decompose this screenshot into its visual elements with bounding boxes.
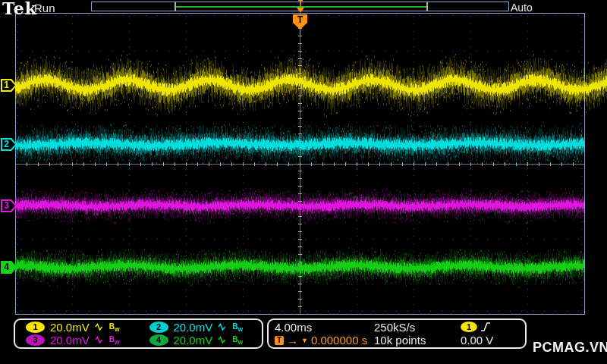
triangle-down-icon: ▼	[301, 337, 308, 344]
tek-logo: Tek	[2, 0, 37, 18]
channel-badge: 2	[149, 322, 168, 333]
trigger-position-readout[interactable]: T → ▼ 0.000000 s	[275, 334, 374, 347]
channel-4-readout[interactable]: 420.0mVBW	[139, 334, 263, 347]
marker-number: 3	[1, 199, 12, 212]
bandwidth-limit-icon: BW	[109, 335, 120, 345]
bandwidth-limit-icon: BW	[109, 322, 120, 332]
trigger-mode-readout: Auto	[511, 2, 533, 14]
acquisition-status: Run	[34, 2, 55, 14]
trigger-source-readout[interactable]: 1	[461, 321, 525, 334]
channel-2-readout[interactable]: 220.0mVBW	[139, 321, 263, 334]
trigger-level-readout[interactable]: 0.00 V	[461, 334, 525, 347]
marker-number: 2	[1, 138, 12, 151]
ac-coupling-icon	[218, 323, 227, 331]
record-length-readout: 10k points	[374, 334, 461, 347]
watermark: PCMAG.VN	[533, 340, 607, 356]
channel-scale-value: 20.0mV	[50, 334, 90, 346]
horizontal-scale-readout[interactable]: 4.00ms	[275, 321, 374, 334]
trigger-t-icon: T	[275, 336, 284, 345]
marker-number: 1	[1, 79, 12, 92]
trigger-source-badge: 1	[461, 322, 477, 332]
sample-rate-value: 250kS/s	[374, 321, 415, 334]
waveform-canvas	[0, 0, 607, 364]
record-window-right-bracket	[426, 2, 428, 11]
channel-3-readout[interactable]: 320.0mVBW	[15, 334, 139, 347]
oscilloscope-screen: Tek Run Auto T T 1234 120.0mVBW220.0mVBW…	[0, 0, 607, 364]
ac-coupling-icon	[95, 323, 104, 331]
marker-number: 4	[1, 261, 12, 274]
rising-edge-icon	[480, 322, 492, 332]
channel-badge: 1	[26, 322, 45, 333]
channel-scale-value: 20.0mV	[50, 322, 90, 333]
ac-coupling-icon	[95, 336, 104, 344]
channel-scale-value: 20.0mV	[174, 322, 213, 333]
trigger-level-value: 0.00 V	[461, 334, 493, 347]
record-length-value: 10k points	[374, 334, 426, 347]
arrow-right-icon: →	[287, 334, 298, 347]
bandwidth-limit-icon: BW	[232, 322, 243, 332]
bandwidth-limit-icon: BW	[232, 335, 243, 345]
horizontal-trigger-readout-box: 4.00ms 250kS/s 1 T → ▼ 0.000000 s 10k po…	[267, 318, 527, 349]
record-trigger-arrow-icon	[297, 8, 304, 13]
horizontal-scale-value: 4.00ms	[275, 321, 312, 334]
channel-badge: 3	[26, 334, 45, 346]
ac-coupling-icon	[218, 336, 227, 344]
channel-1-readout[interactable]: 120.0mVBW	[15, 321, 139, 334]
trigger-position-value: 0.000000 s	[311, 334, 367, 347]
channel-readout-box: 120.0mVBW220.0mVBW320.0mVBW420.0mVBW	[14, 318, 263, 349]
channel-scale-value: 20.0mV	[174, 334, 213, 346]
sample-rate-readout: 250kS/s	[374, 321, 461, 334]
record-trigger-icon: T	[296, 0, 305, 8]
trigger-position-stem	[300, 30, 300, 35]
channel-badge: 4	[149, 334, 168, 346]
